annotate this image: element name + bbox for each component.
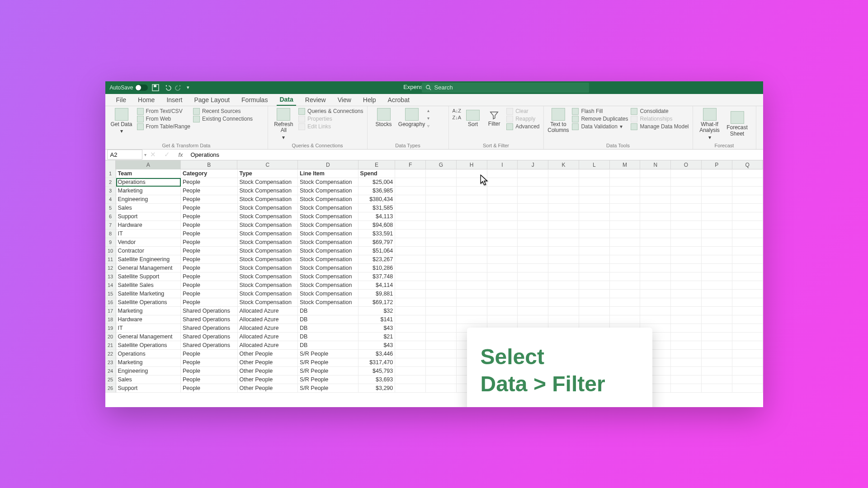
cell[interactable] — [457, 230, 487, 238]
column-header[interactable]: B — [181, 160, 238, 169]
cell[interactable]: Type — [238, 169, 298, 178]
cell[interactable] — [518, 238, 548, 247]
cell[interactable] — [395, 272, 426, 281]
cell[interactable]: Shared Operations — [181, 341, 238, 350]
cell[interactable] — [487, 187, 518, 195]
cell[interactable] — [518, 255, 548, 264]
manage-data-model-button[interactable]: Manage Data Model — [631, 123, 689, 130]
cell[interactable] — [548, 281, 579, 290]
cell[interactable] — [732, 307, 763, 315]
cell[interactable]: Line Item — [298, 169, 359, 178]
cell[interactable]: Satellite Operations — [116, 298, 181, 307]
cell[interactable]: Stock Compensation — [298, 255, 359, 264]
fx-icon[interactable]: fx — [178, 151, 183, 158]
cell[interactable] — [457, 238, 487, 247]
cell[interactable]: People — [181, 384, 238, 393]
redo-icon[interactable] — [175, 84, 183, 92]
row-header[interactable]: 22 — [105, 350, 116, 358]
cell[interactable] — [548, 264, 579, 272]
column-header[interactable]: F — [395, 160, 426, 169]
cell[interactable] — [671, 290, 702, 298]
tab-page-layout[interactable]: Page Layout — [191, 94, 232, 105]
cell[interactable] — [426, 367, 457, 375]
cell[interactable] — [732, 281, 763, 290]
cell[interactable] — [671, 264, 702, 272]
cancel-icon[interactable]: ✕ — [150, 150, 156, 159]
cell[interactable]: Stock Compensation — [298, 290, 359, 298]
cell[interactable] — [610, 187, 641, 195]
cell[interactable] — [487, 238, 518, 247]
cell[interactable]: $94,608 — [359, 221, 396, 230]
autosave-toggle[interactable]: AutoSave — [110, 84, 148, 91]
cell[interactable] — [610, 238, 641, 247]
cell[interactable] — [702, 290, 732, 298]
cell[interactable]: Stock Compensation — [238, 264, 298, 272]
cell[interactable] — [671, 358, 702, 367]
cell[interactable]: $43 — [359, 341, 396, 350]
cell[interactable]: Other People — [238, 375, 298, 384]
cell[interactable] — [610, 247, 641, 255]
cell[interactable]: People — [181, 238, 238, 247]
cell[interactable] — [702, 324, 732, 333]
cell[interactable] — [732, 350, 763, 358]
cell[interactable] — [426, 264, 457, 272]
cell[interactable]: Shared Operations — [181, 333, 238, 341]
cell[interactable] — [518, 178, 548, 187]
row-header[interactable]: 8 — [105, 230, 116, 238]
cell[interactable] — [457, 298, 487, 307]
cell[interactable]: Stock Compensation — [238, 238, 298, 247]
cell[interactable]: Stock Compensation — [238, 272, 298, 281]
cell[interactable] — [702, 221, 732, 230]
cell[interactable] — [426, 341, 457, 350]
cell[interactable] — [579, 238, 610, 247]
cell[interactable] — [732, 187, 763, 195]
cell[interactable] — [702, 367, 732, 375]
row-header[interactable]: 4 — [105, 195, 116, 204]
sort-desc-icon[interactable]: Z↓A — [453, 115, 462, 120]
cell[interactable]: $21 — [359, 333, 396, 341]
cell[interactable] — [732, 247, 763, 255]
row-header[interactable]: 9 — [105, 238, 116, 247]
row-header[interactable]: 15 — [105, 290, 116, 298]
cell[interactable] — [732, 169, 763, 178]
formula-input[interactable]: Operations — [187, 151, 763, 158]
row-header[interactable]: 17 — [105, 307, 116, 315]
name-box[interactable]: A2 — [107, 150, 142, 160]
chevron-down-icon[interactable]: ▾ — [427, 116, 429, 121]
tab-insert[interactable]: Insert — [164, 94, 185, 105]
cell[interactable]: Support — [116, 212, 181, 221]
cell[interactable] — [610, 230, 641, 238]
cell[interactable]: Stock Compensation — [238, 255, 298, 264]
cell[interactable] — [548, 230, 579, 238]
cell[interactable] — [702, 212, 732, 221]
cell[interactable]: Operations — [116, 178, 181, 187]
cell[interactable] — [548, 204, 579, 212]
cell[interactable] — [487, 307, 518, 315]
cell[interactable] — [548, 247, 579, 255]
cell[interactable] — [487, 281, 518, 290]
cell[interactable] — [548, 178, 579, 187]
column-header[interactable]: A — [116, 160, 181, 169]
cell[interactable] — [518, 212, 548, 221]
geography-button[interactable]: Geography — [399, 108, 425, 128]
cell[interactable]: DB — [298, 307, 359, 315]
remove-duplicates-button[interactable]: Remove Duplicates — [572, 116, 628, 122]
cell[interactable] — [579, 264, 610, 272]
cell[interactable]: Shared Operations — [181, 307, 238, 315]
get-data-button[interactable]: Get Data▾ — [109, 108, 134, 135]
tab-file[interactable]: File — [113, 94, 129, 105]
undo-icon[interactable] — [163, 84, 171, 92]
cell[interactable] — [640, 298, 671, 307]
cell[interactable] — [518, 247, 548, 255]
sort-button[interactable]: Sort — [464, 108, 482, 130]
queries-connections-button[interactable]: Queries & Connections — [298, 108, 363, 115]
cell[interactable]: $36,985 — [359, 187, 396, 195]
consolidate-button[interactable]: Consolidate — [631, 108, 689, 115]
cell[interactable] — [702, 264, 732, 272]
cell[interactable] — [671, 315, 702, 324]
cell[interactable] — [395, 358, 426, 367]
sort-asc-icon[interactable]: A↓Z — [453, 108, 462, 113]
cell[interactable]: DB — [298, 324, 359, 333]
cell[interactable]: Stock Compensation — [298, 178, 359, 187]
cell[interactable]: Operations — [116, 350, 181, 358]
